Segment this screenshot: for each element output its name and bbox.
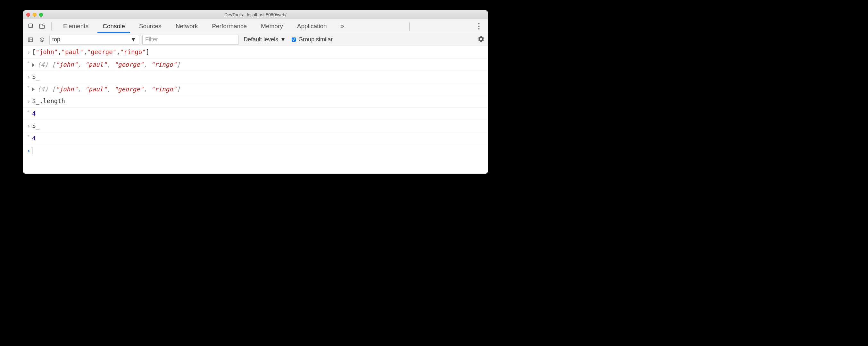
console-output-array: (4) ["john", "paul", "george", "ringo"] <box>32 85 485 94</box>
console-row: (4) ["john", "paul", "george", "ringo"] <box>23 59 488 71</box>
console-row: (4) ["john", "paul", "george", "ringo"] <box>23 83 488 95</box>
execution-context-select[interactable]: top ▼ <box>49 35 139 44</box>
device-toolbar-icon[interactable] <box>37 22 47 31</box>
log-levels-select[interactable]: Default levels ▼ <box>244 36 286 43</box>
console-filter-input[interactable] <box>142 35 239 44</box>
expand-triangle-icon[interactable] <box>32 63 35 67</box>
tab-sources[interactable]: Sources <box>132 19 168 33</box>
tab-application[interactable]: Application <box>290 19 334 33</box>
input-marker-icon: › <box>25 72 32 82</box>
tab-elements[interactable]: Elements <box>56 19 95 33</box>
console-output-value: 4 <box>32 109 485 118</box>
tab-console[interactable]: Console <box>95 19 132 33</box>
group-similar-label: Group similar <box>299 36 333 43</box>
array-length-label: (4) <box>37 86 52 93</box>
console-prompt-input[interactable] <box>32 146 485 155</box>
devtools-window: DevTools - localhost:8080/web/ ElementsC… <box>23 10 488 174</box>
tab-network[interactable]: Network <box>168 19 205 33</box>
execution-context-value: top <box>52 36 60 43</box>
window-title: DevTools - localhost:8080/web/ <box>23 12 488 17</box>
output-marker-icon <box>25 109 32 114</box>
tabs-overflow-button[interactable]: » <box>338 22 347 30</box>
console-settings-icon[interactable] <box>477 36 485 44</box>
input-marker-icon: › <box>25 48 32 57</box>
input-marker-icon: › <box>25 96 32 106</box>
output-marker-icon <box>25 134 32 138</box>
tab-performance[interactable]: Performance <box>205 19 254 33</box>
console-row: ›$_.length <box>23 95 488 108</box>
console-row: ›$_ <box>23 71 488 83</box>
console-sidebar-toggle-icon[interactable] <box>26 36 35 44</box>
console-row: 4 <box>23 132 488 145</box>
tab-bar: ElementsConsoleSourcesNetworkPerformance… <box>23 19 488 33</box>
expand-triangle-icon[interactable] <box>32 88 35 91</box>
console-row: ›["john","paul","george","ringo"] <box>23 46 488 59</box>
chevron-down-icon: ▼ <box>130 36 136 43</box>
output-marker-icon <box>25 85 32 89</box>
console-output-array: (4) ["john", "paul", "george", "ringo"] <box>32 60 485 69</box>
console-input-text: ["john","paul","george","ringo"] <box>32 48 485 57</box>
prompt-marker-icon: › <box>25 146 32 156</box>
more-menu-button[interactable] <box>475 23 485 29</box>
array-length-label: (4) <box>37 61 52 68</box>
console-output-value: 4 <box>32 134 485 143</box>
separator <box>409 22 410 30</box>
console-row: 4 <box>23 108 488 120</box>
text-cursor <box>32 147 32 154</box>
chevron-down-icon: ▼ <box>280 36 286 43</box>
titlebar: DevTools - localhost:8080/web/ <box>23 10 488 19</box>
input-marker-icon: › <box>25 121 32 131</box>
log-levels-label: Default levels <box>244 36 278 43</box>
tab-memory[interactable]: Memory <box>254 19 290 33</box>
console-output[interactable]: ›["john","paul","george","ringo"](4) ["j… <box>23 46 488 174</box>
group-similar-checkbox[interactable]: Group similar <box>292 36 333 43</box>
svg-rect-2 <box>42 25 44 28</box>
panel-tabs: ElementsConsoleSourcesNetworkPerformance… <box>56 19 334 33</box>
output-marker-icon <box>25 60 32 64</box>
inspect-element-icon[interactable] <box>26 22 36 31</box>
console-row: ›$_ <box>23 120 488 132</box>
console-toolbar: top ▼ Default levels ▼ Group similar <box>23 33 488 46</box>
console-input-text: $_.length <box>32 96 485 106</box>
console-row: › <box>23 144 488 157</box>
separator <box>51 22 52 30</box>
clear-console-icon[interactable] <box>38 36 46 44</box>
console-input-text: $_ <box>32 121 485 130</box>
console-input-text: $_ <box>32 72 485 82</box>
group-similar-input[interactable] <box>292 37 296 42</box>
